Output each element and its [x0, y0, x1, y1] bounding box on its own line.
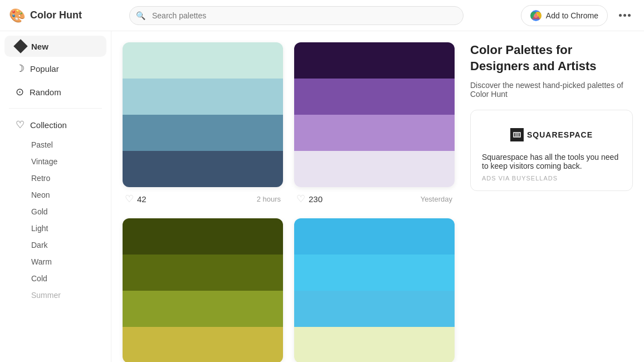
search-input[interactable]	[129, 6, 464, 25]
palette-2-colors	[294, 42, 455, 187]
palette-1-time: 2 hours	[257, 195, 281, 203]
dot-1	[619, 14, 622, 17]
right-panel-title: Color Palettes for Designers and Artists	[470, 42, 633, 74]
palette-2-swatch-4	[294, 151, 455, 187]
header-right: Add to Chrome	[521, 5, 635, 26]
palette-1-swatch-1	[123, 42, 283, 79]
sidebar-item-new[interactable]: New	[4, 36, 106, 57]
logo-text: Color Hunt	[30, 9, 82, 21]
palette-2-swatch-1	[294, 42, 455, 79]
squarespace-brand-name: SQUARESPACE	[527, 130, 593, 139]
palette-4-swatch-3	[294, 291, 455, 327]
sub-item-pastel[interactable]: Pastel	[4, 136, 106, 153]
popular-icon: ☽	[16, 62, 25, 75]
add-to-chrome-button[interactable]: Add to Chrome	[521, 5, 608, 26]
palette-4-swatch-2	[294, 255, 455, 291]
palette-4-colors	[294, 218, 455, 362]
sidebar-item-collection[interactable]: ♡ Collection	[4, 113, 106, 136]
sub-item-vintage[interactable]: Vintage	[4, 153, 106, 170]
ad-box: SQUARESPACE Squarespace has all the tool…	[470, 110, 633, 191]
palette-3[interactable]	[123, 218, 283, 362]
palette-4-swatch-1	[294, 218, 455, 255]
add-to-chrome-label: Add to Chrome	[546, 11, 598, 20]
palette-card: ♡ 42 2 hours	[123, 42, 283, 207]
sidebar-divider	[9, 108, 102, 109]
palette-2-time: Yesterday	[421, 195, 452, 203]
right-panel: Color Palettes for Designers and Artists…	[466, 42, 633, 351]
sidebar: New ☽ Popular ⊙ Random ♡ Collection Past…	[0, 31, 111, 362]
header: 🎨 Color Hunt 🔍 Add to Chrome	[0, 0, 644, 31]
dot-2	[623, 14, 626, 17]
collection-icon: ♡	[16, 119, 25, 131]
palette-4-swatch-4	[294, 327, 455, 362]
search-icon: 🔍	[136, 11, 145, 20]
palettes-grid: ♡ 42 2 hours	[123, 42, 455, 351]
palette-card: ♡	[123, 218, 283, 362]
logo-icon: 🎨	[9, 8, 26, 23]
sub-item-warm[interactable]: Warm	[4, 253, 106, 270]
heart-icon: ♡	[125, 193, 134, 205]
sidebar-item-random[interactable]: ⊙ Random	[4, 80, 106, 104]
collection-sub-items: Pastel Vintage Retro Neon Gold Light Dar…	[0, 136, 111, 304]
chrome-icon	[530, 10, 541, 21]
palette-3-swatch-2	[123, 255, 283, 291]
palette-1-swatch-2	[123, 79, 283, 115]
random-icon: ⊙	[16, 86, 24, 98]
right-panel-description: Discover the newest hand-picked palettes…	[470, 81, 633, 99]
squarespace-logo: SQUARESPACE	[510, 128, 593, 141]
palette-2-like-count: 230	[309, 194, 323, 204]
palette-2-like-button[interactable]: ♡ 230	[296, 193, 323, 205]
dot-3	[628, 14, 631, 17]
palette-1-swatch-4	[123, 151, 283, 187]
palette-3-swatch-4	[123, 327, 283, 362]
sub-item-retro[interactable]: Retro	[4, 170, 106, 187]
ads-via-label: ADS VIA BUYSELLADS	[480, 175, 623, 182]
palette-card: ♡ 230 Yesterday	[294, 42, 455, 207]
palette-3-swatch-1	[123, 218, 283, 255]
page: 🎨 Color Hunt 🔍 Add to Chrome	[0, 0, 644, 362]
sub-item-cold[interactable]: Cold	[4, 270, 106, 287]
sidebar-item-popular[interactable]: ☽ Popular	[4, 57, 106, 80]
palette-1-colors	[123, 42, 283, 187]
sub-item-light[interactable]: Light	[4, 220, 106, 237]
heart-icon: ♡	[296, 193, 305, 205]
palette-3-swatch-3	[123, 291, 283, 327]
sidebar-item-random-label: Random	[30, 87, 61, 97]
palette-1[interactable]	[123, 42, 283, 187]
palette-2-swatch-2	[294, 79, 455, 115]
palette-1-like-button[interactable]: ♡ 42	[125, 193, 147, 205]
sub-item-dark[interactable]: Dark	[4, 237, 106, 253]
main-content: ♡ 42 2 hours	[111, 31, 644, 362]
palette-2-footer: ♡ 230 Yesterday	[294, 187, 455, 207]
squarespace-icon	[510, 128, 524, 141]
palette-card: ♡	[294, 218, 455, 362]
search-wrapper: 🔍	[129, 6, 464, 25]
more-options-button[interactable]	[614, 9, 635, 21]
sub-item-neon[interactable]: Neon	[4, 187, 106, 203]
palette-1-footer: ♡ 42 2 hours	[123, 187, 283, 207]
palette-2[interactable]	[294, 42, 455, 187]
palette-3-colors	[123, 218, 283, 362]
sidebar-item-new-label: New	[31, 42, 48, 51]
diamond-icon	[13, 39, 27, 53]
logo[interactable]: 🎨 Color Hunt	[9, 8, 120, 23]
palette-4[interactable]	[294, 218, 455, 362]
sub-item-summer[interactable]: Summer	[4, 287, 106, 304]
palette-1-swatch-3	[123, 115, 283, 151]
sub-item-gold[interactable]: Gold	[4, 203, 106, 220]
sidebar-item-popular-label: Popular	[30, 64, 59, 74]
palette-1-like-count: 42	[137, 194, 147, 204]
sidebar-item-collection-label: Collection	[30, 120, 67, 130]
ad-description: Squarespace has all the tools you need t…	[480, 153, 623, 170]
content-area: New ☽ Popular ⊙ Random ♡ Collection Past…	[0, 31, 644, 362]
palette-2-swatch-3	[294, 115, 455, 151]
search-bar: 🔍	[129, 6, 464, 25]
